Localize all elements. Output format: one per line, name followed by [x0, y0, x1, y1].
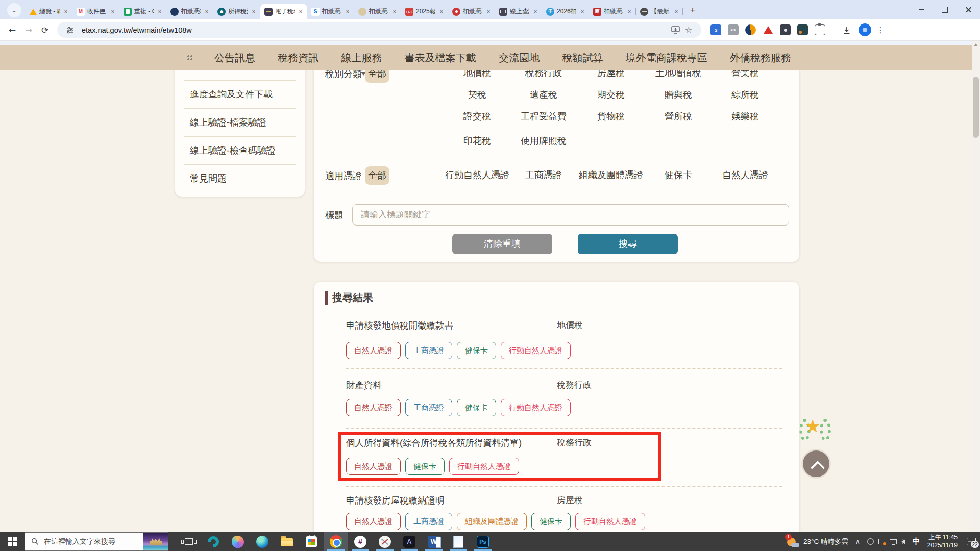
sidebar-item[interactable]: 線上驗證-檔案驗證	[184, 108, 296, 136]
notepad-icon[interactable]	[446, 532, 471, 551]
tab-close-icon[interactable]	[156, 8, 163, 15]
browser-tab[interactable]: 2026扣繳	[542, 4, 589, 19]
copilot-icon[interactable]	[226, 532, 250, 551]
browser-tab[interactable]: 扣繳憑單	[589, 4, 636, 19]
taskbar-clock[interactable]: 上午 11:45 2025/11/19	[927, 534, 958, 549]
nav-item[interactable]: 境外電商課稅專區	[626, 51, 707, 65]
browser-tab[interactable]: 扣繳憑單	[166, 4, 213, 19]
browser-tab[interactable]: 【最新】	[636, 4, 683, 19]
photoshop-icon[interactable]	[471, 532, 495, 551]
install-icon[interactable]	[669, 26, 682, 34]
file-explorer-icon[interactable]	[275, 532, 299, 551]
result-title[interactable]: 財產資料	[346, 379, 382, 391]
profile-avatar[interactable]	[859, 23, 871, 36]
word-icon[interactable]	[422, 532, 446, 551]
tab-close-icon[interactable]	[62, 8, 69, 15]
search-button[interactable]: 搜尋	[578, 234, 678, 254]
weather-widget[interactable]: 1 23°C 晴時多雲	[786, 536, 848, 548]
extension-s-icon[interactable]	[710, 24, 721, 35]
extension-teal-icon[interactable]	[797, 24, 808, 35]
nav-item[interactable]: 稅務資訊	[278, 51, 318, 65]
notification-center-icon[interactable]: 22	[967, 538, 976, 545]
tab-close-icon[interactable]	[203, 8, 210, 15]
slack-icon[interactable]	[348, 532, 373, 551]
extension-figure-icon[interactable]	[780, 24, 791, 35]
bookmark-star-icon[interactable]: ☆	[682, 25, 695, 35]
snipping-tool-icon[interactable]	[373, 532, 397, 551]
sidebar-item[interactable]: 進度查詢及文件下載	[184, 80, 296, 108]
browser-tab[interactable]: 2025報稅	[401, 4, 448, 19]
tray-icon-2[interactable]	[878, 539, 885, 544]
edge-icon[interactable]	[250, 532, 275, 551]
browser-tab[interactable]: 扣繳憑單	[307, 4, 354, 19]
browser-tab[interactable]: 收件匣 (8	[72, 4, 119, 19]
forward-button[interactable]: →	[20, 22, 37, 38]
result-title[interactable]: 申請核發房屋稅繳納證明	[346, 494, 445, 507]
tab-search-button[interactable]: ⌄	[7, 3, 21, 17]
tab-close-icon[interactable]	[344, 8, 351, 15]
tray-expand-icon[interactable]: ∧	[855, 538, 860, 545]
taskbar-search[interactable]: 在這裡輸入文字來搜尋	[24, 532, 168, 551]
tab-close-icon[interactable]	[109, 8, 116, 15]
reset-button[interactable]: 清除重填	[452, 234, 552, 254]
nav-item[interactable]: 線上服務	[341, 51, 382, 65]
sidebar-item[interactable]: 常見問題	[184, 164, 296, 192]
extension-yinyang-icon[interactable]	[745, 24, 756, 35]
back-to-top-button[interactable]	[801, 449, 831, 479]
nav-item[interactable]: 書表及檔案下載	[405, 51, 476, 65]
tab-close-icon[interactable]	[485, 8, 492, 15]
start-button[interactable]	[0, 532, 24, 551]
microsoft-store-icon[interactable]	[299, 532, 324, 551]
extension-clipboard-icon[interactable]	[815, 24, 825, 35]
nav-item[interactable]: 稅額試算	[562, 51, 603, 65]
tray-icon-1[interactable]	[867, 538, 874, 545]
browser-tab[interactable]: 線上查詢	[495, 4, 542, 19]
scrollbar-thumb[interactable]	[973, 77, 979, 138]
nav-item[interactable]: 交流園地	[499, 51, 540, 65]
search-highlight-image[interactable]	[143, 533, 168, 550]
downloads-icon[interactable]	[840, 26, 853, 35]
address-bar[interactable]: etax.nat.gov.tw/etwmain/etw108w ☆	[57, 22, 701, 38]
tray-icon-3[interactable]	[890, 539, 897, 544]
tab-close-icon[interactable]	[673, 8, 680, 15]
browser-tab[interactable]: 總覽 - 聯	[26, 4, 72, 19]
title-keyword-input[interactable]	[352, 204, 789, 226]
extension-triangle-icon[interactable]	[763, 24, 773, 35]
task-view-button[interactable]	[177, 532, 201, 551]
nav-item[interactable]: 公告訊息	[214, 51, 255, 65]
browser-tab[interactable]: 扣繳憑單	[448, 4, 495, 19]
minimize-button[interactable]	[910, 0, 933, 19]
extension-code-icon[interactable]	[728, 24, 739, 35]
tab-close-icon[interactable]	[532, 8, 539, 15]
speaker-icon[interactable]	[901, 539, 905, 544]
browser-tab[interactable]: 重複 - G	[119, 4, 166, 19]
award-medal-icon[interactable]: ★	[799, 416, 831, 444]
tab-close-icon[interactable]	[297, 8, 304, 15]
tax-option[interactable]: 綜所稅	[704, 89, 786, 101]
scrollbar-up-arrow[interactable]	[974, 43, 978, 46]
url-text[interactable]: etax.nat.gov.tw/etwmain/etw108w	[82, 26, 669, 34]
back-button[interactable]: ←	[4, 22, 20, 38]
tax-option[interactable]: 娛樂稅	[704, 110, 786, 122]
browser-tab[interactable]: 扣繳憑單	[354, 4, 401, 19]
cert-all-pill[interactable]: 全部	[365, 166, 389, 185]
chrome-icon[interactable]	[324, 532, 348, 551]
maximize-button[interactable]	[933, 0, 957, 19]
tab-close-icon[interactable]	[438, 8, 445, 15]
close-button[interactable]	[957, 0, 980, 19]
ime-indicator[interactable]: 中	[913, 537, 920, 546]
a-app-icon[interactable]	[397, 532, 422, 551]
browser-tab[interactable]: 電子稅務	[260, 4, 307, 19]
new-tab-button[interactable]: +	[686, 4, 699, 17]
teal-app-icon[interactable]	[201, 532, 226, 551]
sidebar-item[interactable]: 線上驗證-檢查碼驗證	[184, 136, 296, 164]
cert-option[interactable]: 自然人憑證	[704, 169, 786, 181]
tab-close-icon[interactable]	[250, 8, 257, 15]
tab-close-icon[interactable]	[579, 8, 586, 15]
tab-close-icon[interactable]	[626, 8, 633, 15]
apps-grid-icon[interactable]	[187, 55, 193, 61]
result-title[interactable]: 個人所得資料(綜合所得稅各類所得資料清單)	[346, 437, 522, 449]
browser-menu-icon[interactable]: ⋮	[876, 25, 885, 35]
tax-option[interactable]: 使用牌照稅	[503, 135, 584, 147]
page-scrollbar[interactable]	[972, 41, 980, 532]
